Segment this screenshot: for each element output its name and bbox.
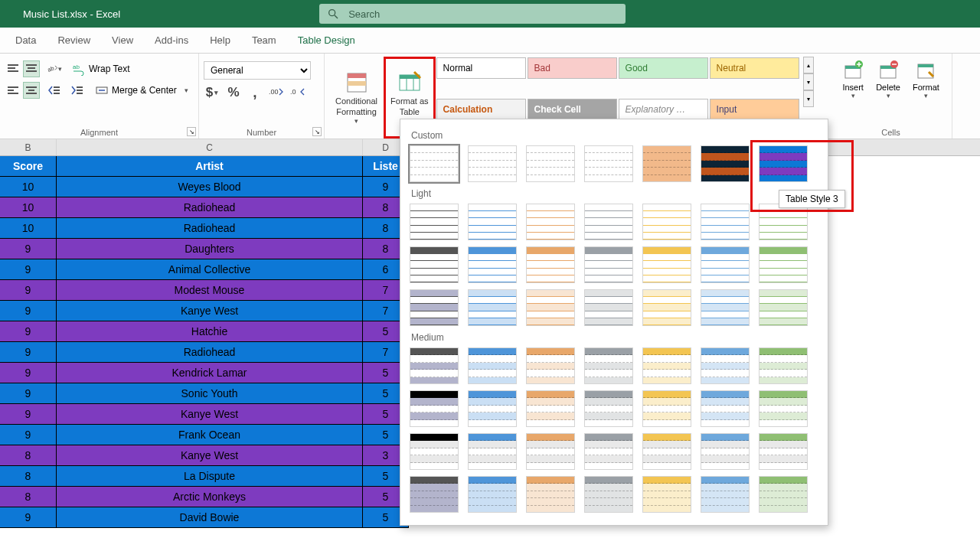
styles-more[interactable]: ▾ <box>803 90 814 107</box>
medium-style-14[interactable] <box>759 390 808 427</box>
style-explanatory[interactable]: Explanatory … <box>619 99 708 120</box>
align-left[interactable] <box>5 82 21 99</box>
light-style-17[interactable] <box>526 289 575 326</box>
cell[interactable]: Kanye West <box>57 404 363 425</box>
medium-style-26[interactable] <box>642 476 691 513</box>
light-style-7[interactable] <box>759 204 808 240</box>
number-format-select[interactable]: General <box>204 61 311 80</box>
medium-style-10[interactable] <box>526 390 575 427</box>
styles-scroll-down[interactable]: ▾ <box>803 73 814 90</box>
custom-style-3[interactable] <box>526 145 575 182</box>
align-middle[interactable] <box>23 60 40 77</box>
cell[interactable]: La Dispute <box>57 466 363 487</box>
cell[interactable]: Sonic Youth <box>57 383 363 404</box>
cell[interactable]: 9 <box>0 404 57 425</box>
light-style-11[interactable] <box>584 246 633 283</box>
light-style-1[interactable] <box>410 204 459 240</box>
medium-style-11[interactable] <box>584 390 633 427</box>
medium-style-7[interactable] <box>759 347 808 384</box>
style-calculation[interactable]: Calculation <box>436 99 526 120</box>
cell[interactable]: David Bowie <box>57 507 363 528</box>
cell[interactable]: Frank Ocean <box>57 425 363 445</box>
cell[interactable]: Animal Collective <box>57 259 363 280</box>
tab-data[interactable]: Data <box>5 28 47 53</box>
search-box[interactable]: Search <box>319 4 626 24</box>
cell[interactable]: Kanye West <box>57 301 363 321</box>
light-style-5[interactable] <box>642 204 691 240</box>
cell[interactable]: Kendrick Lamar <box>57 363 363 383</box>
light-style-3[interactable] <box>526 204 575 240</box>
header-artist[interactable]: Artist <box>57 156 363 177</box>
medium-style-12[interactable] <box>642 390 691 427</box>
style-check-cell[interactable]: Check Cell <box>528 99 617 120</box>
light-style-2[interactable] <box>468 204 517 240</box>
cell[interactable]: 9 <box>0 363 57 383</box>
align-center[interactable] <box>23 82 40 99</box>
cell[interactable]: Weyes Blood <box>57 177 363 197</box>
number-dialog-launcher[interactable]: ↘ <box>312 127 322 136</box>
medium-style-9[interactable] <box>468 390 517 427</box>
light-style-9[interactable] <box>468 246 517 283</box>
style-input[interactable]: Input <box>710 99 799 120</box>
medium-style-19[interactable] <box>642 433 691 470</box>
cell[interactable]: Hatchie <box>57 321 363 342</box>
cell[interactable]: 8 <box>0 445 57 466</box>
styles-scroll-up[interactable]: ▴ <box>803 57 814 73</box>
medium-style-21[interactable] <box>759 433 808 470</box>
col-header-B[interactable]: B <box>0 139 57 155</box>
custom-style-1[interactable] <box>410 145 459 182</box>
tab-table-design[interactable]: Table Design <box>287 28 366 53</box>
decrease-decimal[interactable]: .0 <box>289 84 306 101</box>
cell[interactable]: Radiohead <box>57 218 363 239</box>
style-neutral[interactable]: Neutral <box>710 57 799 79</box>
style-good[interactable]: Good <box>619 57 708 79</box>
cell[interactable]: 9 <box>0 301 57 321</box>
increase-decimal[interactable]: .00 <box>268 84 285 101</box>
alignment-dialog-launcher[interactable]: ↘ <box>187 127 196 136</box>
custom-style-2[interactable] <box>468 145 517 182</box>
medium-style-25[interactable] <box>584 476 633 513</box>
medium-style-16[interactable] <box>468 433 517 470</box>
medium-style-27[interactable] <box>701 476 750 513</box>
custom-style-4[interactable] <box>584 145 633 182</box>
cell[interactable]: Modest Mouse <box>57 280 363 301</box>
light-style-20[interactable] <box>701 289 750 326</box>
cell[interactable]: 10 <box>0 177 57 197</box>
align-top[interactable] <box>5 60 21 77</box>
comma-button[interactable]: , <box>247 84 263 101</box>
tab-team[interactable]: Team <box>241 28 287 53</box>
percent-button[interactable]: % <box>225 84 242 101</box>
custom-style-5[interactable] <box>642 145 691 182</box>
tab-view[interactable]: View <box>101 28 144 53</box>
medium-style-23[interactable] <box>468 476 517 513</box>
cell[interactable]: 8 <box>0 487 57 507</box>
light-style-14[interactable] <box>759 246 808 283</box>
cell[interactable]: 10 <box>0 197 57 218</box>
light-style-21[interactable] <box>759 289 808 326</box>
medium-style-2[interactable] <box>468 347 517 384</box>
medium-style-5[interactable] <box>642 347 691 384</box>
medium-style-4[interactable] <box>584 347 633 384</box>
medium-style-6[interactable] <box>701 347 750 384</box>
cell[interactable]: 10 <box>0 218 57 239</box>
col-header-C[interactable]: C <box>57 139 363 155</box>
medium-style-3[interactable] <box>526 347 575 384</box>
light-style-13[interactable] <box>701 246 750 283</box>
light-style-10[interactable] <box>526 246 575 283</box>
cell[interactable]: 9 <box>0 425 57 445</box>
cell[interactable]: 9 <box>0 342 57 363</box>
cell[interactable]: Radiohead <box>57 342 363 363</box>
medium-style-1[interactable] <box>410 347 459 384</box>
cell[interactable]: 9 <box>0 507 57 528</box>
custom-style-7[interactable] <box>759 145 808 182</box>
currency-button[interactable]: $▾ <box>204 84 220 101</box>
medium-style-8[interactable] <box>410 390 459 427</box>
cell[interactable]: 9 <box>0 383 57 404</box>
tab-add-ins[interactable]: Add-ins <box>144 28 199 53</box>
light-style-19[interactable] <box>642 289 691 326</box>
tab-help[interactable]: Help <box>199 28 241 53</box>
conditional-formatting[interactable]: Conditional Formatting▾ <box>329 57 384 139</box>
medium-style-18[interactable] <box>584 433 633 470</box>
medium-style-20[interactable] <box>701 433 750 470</box>
style-normal[interactable]: Normal <box>436 57 526 79</box>
